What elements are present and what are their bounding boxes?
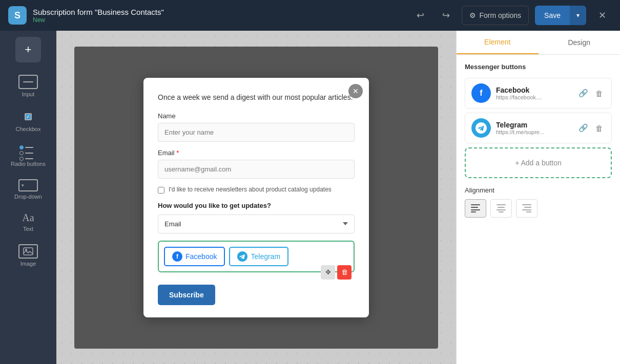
- telegram-actions: 🔗 🗑: [576, 121, 605, 135]
- svg-rect-5: [471, 211, 476, 212]
- required-marker: *: [176, 149, 179, 157]
- svg-rect-8: [497, 209, 506, 210]
- facebook-actions: 🔗 🗑: [576, 87, 605, 100]
- facebook-messenger-button[interactable]: f Facebook: [164, 247, 225, 266]
- telegram-info: Telegram https://t.me/supre...: [496, 121, 571, 135]
- align-center-button[interactable]: [490, 199, 512, 218]
- app-logo: S: [8, 6, 27, 25]
- form-modal: ✕ Once a week we send a digest with our …: [143, 78, 369, 317]
- email-input[interactable]: [158, 160, 355, 179]
- sidebar-item-text[interactable]: Aa Text: [6, 208, 50, 236]
- trash-icon: 🗑: [595, 124, 603, 133]
- modal-close-button[interactable]: ✕: [348, 84, 363, 98]
- topbar: S Subscription form "Business Contacts" …: [0, 0, 620, 31]
- facebook-name: Facebook: [496, 86, 571, 94]
- newsletter-checkbox[interactable]: [158, 187, 164, 194]
- tab-element[interactable]: Element: [457, 31, 539, 54]
- svg-rect-6: [497, 204, 506, 205]
- title-block: Subscription form "Business Contacts" Ne…: [33, 8, 164, 24]
- sidebar-item-label: Drop-down: [14, 194, 42, 200]
- trash-icon: 🗑: [341, 268, 348, 276]
- telegram-label: Telegram: [251, 252, 280, 261]
- link-icon: 🔗: [578, 89, 588, 97]
- sidebar-item-label: Input: [22, 91, 34, 97]
- left-sidebar: + Input ✓ Checkbox Radio buttons ▾: [0, 31, 56, 364]
- action-icons: ✥ 🗑: [321, 265, 352, 280]
- update-method-select[interactable]: Email SMS Push: [158, 215, 355, 233]
- messenger-item-facebook: f Facebook https://facebook.... 🔗 🗑: [465, 78, 612, 109]
- plus-icon: +: [25, 43, 32, 56]
- subscribe-button[interactable]: Subscribe: [158, 285, 215, 305]
- checkbox-icon: ✓: [18, 110, 38, 124]
- link-icon: 🔗: [578, 123, 588, 132]
- move-button[interactable]: ✥: [321, 265, 335, 280]
- page-subtitle: New: [33, 16, 164, 24]
- sidebar-item-checkbox[interactable]: ✓ Checkbox: [6, 105, 50, 136]
- sidebar-item-label: Text: [23, 226, 33, 232]
- add-button-area[interactable]: + Add a button: [465, 147, 612, 178]
- tab-design[interactable]: Design: [539, 31, 621, 54]
- canvas-inner: ✕ Once a week we send a digest with our …: [74, 47, 438, 349]
- facebook-edit-button[interactable]: 🔗: [576, 87, 590, 100]
- svg-rect-3: [471, 207, 478, 208]
- telegram-url: https://t.me/supre...: [496, 129, 571, 135]
- sidebar-item-image[interactable]: Image: [6, 240, 50, 271]
- telegram-messenger-button[interactable]: Telegram: [229, 247, 288, 266]
- close-icon: ✕: [353, 87, 359, 95]
- undo-button[interactable]: ↩: [410, 6, 430, 25]
- svg-rect-2: [471, 204, 480, 205]
- move-icon: ✥: [325, 268, 331, 276]
- telegram-name: Telegram: [496, 121, 571, 129]
- main-layout: + Input ✓ Checkbox Radio buttons ▾: [0, 31, 620, 364]
- sidebar-item-label: Image: [20, 261, 36, 267]
- sidebar-item-radio[interactable]: Radio buttons: [6, 140, 50, 171]
- add-element-button[interactable]: +: [15, 37, 41, 62]
- form-description: Once a week we send a digest with our mo…: [158, 92, 355, 103]
- image-icon: [18, 244, 38, 259]
- gear-icon: ⚙: [469, 11, 476, 19]
- facebook-logo: f: [471, 83, 491, 103]
- telegram-logo: [471, 118, 491, 138]
- name-label: Name: [158, 112, 355, 120]
- align-right-button[interactable]: [516, 199, 538, 218]
- sidebar-item-label: Radio buttons: [11, 161, 46, 167]
- sidebar-item-input[interactable]: Input: [6, 71, 50, 101]
- email-label: Email *: [158, 149, 355, 157]
- telegram-edit-button[interactable]: 🔗: [576, 121, 590, 135]
- add-button-label: + Add a button: [515, 159, 562, 167]
- facebook-icon: f: [172, 251, 182, 262]
- facebook-delete-button[interactable]: 🗑: [593, 87, 605, 100]
- redo-button[interactable]: ↪: [436, 6, 456, 25]
- facebook-url: https://facebook....: [496, 94, 571, 100]
- telegram-icon: [237, 251, 247, 262]
- facebook-label: Facebook: [185, 252, 217, 261]
- save-dropdown-button[interactable]: ▾: [570, 6, 586, 25]
- delete-button[interactable]: 🗑: [337, 265, 352, 280]
- dropdown-icon: ▾: [18, 179, 38, 191]
- right-panel-content: Messenger buttons f Facebook https://fac…: [457, 55, 620, 364]
- chevron-down-icon: ▾: [576, 12, 580, 19]
- svg-rect-7: [498, 207, 505, 208]
- sidebar-item-dropdown[interactable]: ▾ Drop-down: [6, 175, 50, 204]
- align-left-button[interactable]: [465, 199, 486, 218]
- telegram-delete-button[interactable]: 🗑: [593, 121, 605, 135]
- right-panel-tabs: Element Design: [457, 31, 620, 55]
- svg-rect-10: [522, 204, 531, 205]
- close-button[interactable]: ✕: [592, 6, 612, 25]
- alignment-section: Alignment: [465, 186, 612, 218]
- save-button[interactable]: Save: [535, 6, 570, 25]
- newsletter-checkbox-row: I'd like to receive newsletters about pr…: [158, 186, 355, 194]
- input-icon: [18, 75, 38, 89]
- sidebar-item-label: Checkbox: [16, 126, 41, 132]
- svg-rect-11: [524, 207, 531, 208]
- newsletter-label: I'd like to receive newsletters about pr…: [169, 186, 332, 193]
- form-options-button[interactable]: ⚙ Form options: [462, 6, 529, 25]
- update-section-title: How would you like to get updates?: [158, 202, 355, 209]
- radio-icon: [18, 144, 38, 159]
- name-input[interactable]: [158, 123, 355, 142]
- facebook-info: Facebook https://facebook....: [496, 86, 571, 100]
- page-title: Subscription form "Business Contacts": [33, 8, 164, 16]
- messenger-item-telegram: Telegram https://t.me/supre... 🔗 🗑: [465, 113, 612, 143]
- right-panel: Element Design Messenger buttons f Faceb…: [456, 31, 620, 364]
- svg-rect-4: [471, 209, 480, 210]
